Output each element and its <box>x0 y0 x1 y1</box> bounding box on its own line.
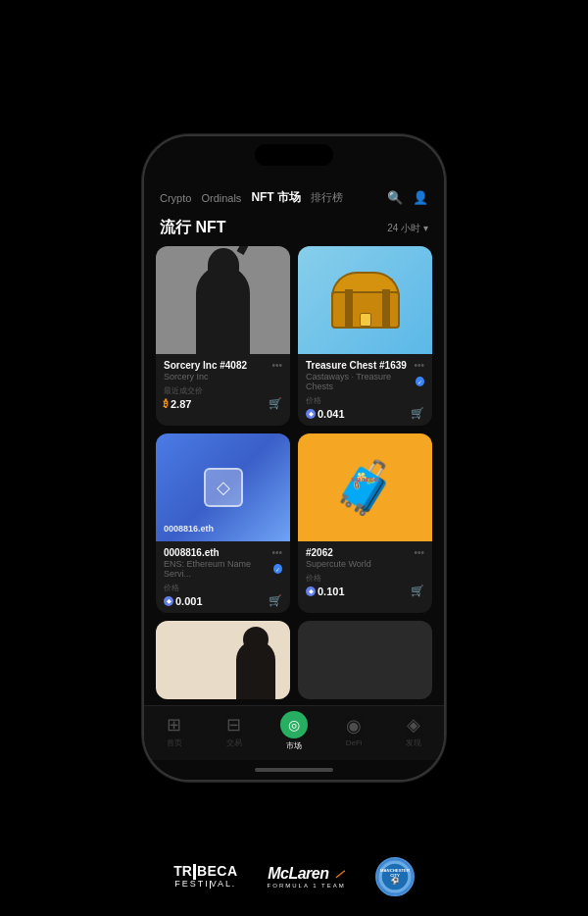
nft-image-ens: 0008816.eth <box>156 433 290 541</box>
trade-icon: ⊟ <box>226 714 241 736</box>
bottom-nav-trade[interactable]: ⊟ 交易 <box>210 714 259 748</box>
nft-card-ens[interactable]: 0008816.eth 0008816.eth ••• ENS: Ethereu… <box>156 433 290 613</box>
price-label-treasure: 价格 <box>306 395 424 406</box>
time-filter[interactable]: 24 小时 ▾ <box>387 222 428 235</box>
nft-name-ens: 0008816.eth <box>164 547 220 558</box>
chest-band-left <box>345 289 353 327</box>
nav-item-ranking[interactable]: 排行榜 <box>311 190 343 205</box>
nft-menu-ens[interactable]: ••• <box>271 547 282 558</box>
nft-menu-treasure[interactable]: ••• <box>414 360 424 371</box>
bottom-nav-market[interactable]: ◎ 市场 <box>270 711 318 751</box>
mclaren-sub: FORMULA 1 TEAM <box>268 883 346 889</box>
bottom-nav: ⊞ 首页 ⊟ 交易 ◎ 市场 ◉ DeFi ◈ 发现 <box>144 705 444 760</box>
silhouette-figure <box>196 266 250 354</box>
nft-grid-row2: 0008816.eth 0008816.eth ••• ENS: Ethereu… <box>156 433 432 613</box>
btc-icon-sorcery: ₿ <box>164 398 169 409</box>
phone-frame: Crypto Ordinals NFT 市场 排行榜 🔍 👤 流行 NFT 24… <box>142 134 446 782</box>
content-scroll: Sorcery Inc #4082 ••• Sorcery Inc 最近成交价 … <box>144 246 444 705</box>
search-icon[interactable]: 🔍 <box>387 190 403 205</box>
partial-figure-1 <box>236 640 275 699</box>
mclaren-brand: McLaren ⟋ FORMULA 1 TEAM <box>268 865 346 889</box>
home-bar <box>255 768 333 772</box>
bottom-nav-defi-label: DeFi <box>346 738 363 747</box>
price-label-sorcery: 最近成交价 <box>164 385 282 396</box>
nft-card-sorcery[interactable]: Sorcery Inc #4082 ••• Sorcery Inc 最近成交价 … <box>156 246 290 426</box>
price-value-ens: ◆ 0.001 <box>164 595 203 607</box>
nft-info-supercute: #2062 ••• Supercute World 价格 ◆ 0.101 <box>298 541 432 603</box>
bottom-nav-market-label: 市场 <box>286 740 302 751</box>
nav-icons: 🔍 👤 <box>387 190 428 205</box>
price-value-sorcery: ₿ 2.87 <box>164 398 191 410</box>
price-row-ens: ◆ 0.001 🛒 <box>164 594 282 607</box>
nft-info-sorcery: Sorcery Inc #4082 ••• Sorcery Inc 最近成交价 … <box>156 354 290 416</box>
ens-address-overlay: 0008816.eth <box>164 524 214 534</box>
scene: Crypto Ordinals NFT 市场 排行榜 🔍 👤 流行 NFT 24… <box>0 0 588 916</box>
chest-band-right <box>382 289 390 327</box>
home-icon: ⊞ <box>167 714 181 736</box>
price-row-supercute: ◆ 0.101 🛒 <box>306 585 424 597</box>
nft-name-sorcery: Sorcery Inc #4082 <box>164 360 247 371</box>
nav-item-nft-market[interactable]: NFT 市场 <box>251 189 301 206</box>
nft-card-partial-2[interactable] <box>298 621 432 699</box>
svg-text:⚽: ⚽ <box>391 876 400 885</box>
eth-icon-treasure: ◆ <box>306 409 316 419</box>
skater-text: sparca <box>333 476 397 483</box>
mancity-badge: MANCHESTER CITY ⚽ <box>375 857 415 896</box>
nft-collection-treasure: Castaways · Treasure Chests ✓ <box>306 372 424 391</box>
eth-icon-supercute: ◆ <box>306 586 316 596</box>
skater-figure: 🧳 sparca <box>333 462 397 513</box>
dynamic-island <box>255 144 333 166</box>
nft-card-supercute[interactable]: 🧳 sparca #2062 ••• Supercute World <box>298 433 432 613</box>
mclaren-logo: McLaren ⟋ <box>268 865 345 883</box>
nft-grid-row1: Sorcery Inc #4082 ••• Sorcery Inc 最近成交价 … <box>156 246 432 426</box>
nft-image-sorcery <box>156 246 290 354</box>
nft-grid-row3 <box>156 621 432 699</box>
bottom-nav-home[interactable]: ⊞ 首页 <box>150 714 199 748</box>
user-icon[interactable]: 👤 <box>413 190 428 205</box>
brands-section: TR BECA FESTIVAL. McLaren ⟋ FORMULA 1 TE… <box>0 857 588 896</box>
price-label-supercute: 价格 <box>306 573 424 584</box>
nft-menu-supercute[interactable]: ••• <box>414 547 424 558</box>
nft-info-treasure: Treasure Chest #1639 ••• Castaways · Tre… <box>298 354 432 426</box>
partial-image-1 <box>156 621 290 699</box>
tribeca-brand: TR BECA FESTIVAL. <box>173 864 237 890</box>
cart-icon-treasure[interactable]: 🛒 <box>411 407 424 420</box>
phone-screen: Crypto Ordinals NFT 市场 排行榜 🔍 👤 流行 NFT 24… <box>144 136 444 780</box>
section-header: 流行 NFT 24 小时 ▾ <box>144 214 444 246</box>
nft-name-row-ens: 0008816.eth ••• <box>164 547 282 558</box>
price-row-treasure: ◆ 0.041 🛒 <box>306 407 424 420</box>
section-title: 流行 NFT <box>160 218 226 238</box>
nav-item-ordinals[interactable]: Ordinals <box>201 192 241 204</box>
nft-menu-sorcery[interactable]: ••• <box>271 360 282 371</box>
nft-collection-sorcery: Sorcery Inc <box>164 372 282 382</box>
bottom-nav-trade-label: 交易 <box>226 738 242 748</box>
nft-name-supercute: #2062 <box>306 547 333 558</box>
home-indicator <box>144 760 444 780</box>
cart-icon-sorcery[interactable]: 🛒 <box>269 397 282 410</box>
ens-diamond <box>204 468 243 507</box>
nft-name-row-supercute: #2062 ••• <box>306 547 424 558</box>
market-icon: ◎ <box>280 711 308 738</box>
bottom-nav-discover-label: 发现 <box>406 738 421 748</box>
discover-icon: ◈ <box>407 714 420 736</box>
chest-bands <box>333 293 402 327</box>
nft-card-treasure[interactable]: Treasure Chest #1639 ••• Castaways · Tre… <box>298 246 432 426</box>
mancity-brand: MANCHESTER CITY ⚽ <box>375 857 415 896</box>
nft-image-treasure <box>298 246 432 354</box>
defi-icon: ◉ <box>346 715 362 737</box>
nft-name-treasure: Treasure Chest #1639 <box>306 360 407 371</box>
nft-card-partial-1[interactable] <box>156 621 290 699</box>
silhouette <box>156 246 290 354</box>
bottom-nav-discover[interactable]: ◈ 发现 <box>389 714 438 748</box>
price-row-sorcery: ₿ 2.87 🛒 <box>164 397 282 410</box>
cart-icon-supercute[interactable]: 🛒 <box>411 585 424 597</box>
nav-item-crypto[interactable]: Crypto <box>160 192 191 204</box>
cart-icon-ens[interactable]: 🛒 <box>269 594 282 607</box>
treasure-chest <box>331 272 400 329</box>
nft-collection-supercute: Supercute World <box>306 559 424 569</box>
price-label-ens: 价格 <box>164 583 282 593</box>
tribeca-logo: TR BECA FESTIVAL. <box>173 864 237 890</box>
nft-collection-ens: ENS: Ethereum Name Servi... ✓ <box>164 559 282 579</box>
price-value-supercute: ◆ 0.101 <box>306 585 345 597</box>
bottom-nav-defi[interactable]: ◉ DeFi <box>329 715 378 747</box>
